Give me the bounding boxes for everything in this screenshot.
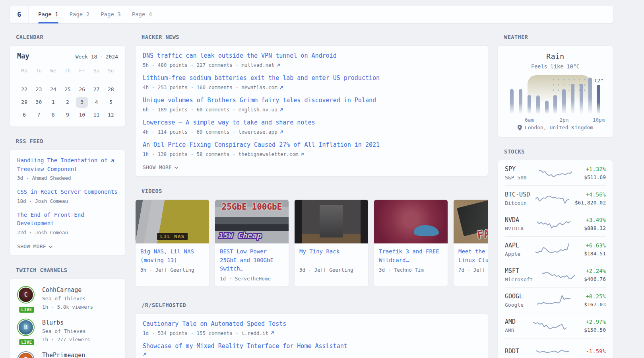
calendar-weekday: Mo [17, 66, 31, 77]
video-card-body: Meet the Linux Clu 7d · Jeff [454, 243, 488, 278]
hackernews-item-link[interactable]: Lithium-free sodium batteries exit the l… [143, 74, 481, 82]
stock-identity: AAPL Apple [505, 242, 520, 257]
twitch-channel-name: Blurbs [42, 319, 90, 327]
stock-change-percent: +0.25% [584, 293, 606, 300]
page-tab[interactable]: Page 4 [132, 6, 152, 23]
chevron-down-icon [174, 166, 178, 169]
weather-hour-column [588, 78, 592, 114]
stock-price: $406.76 [584, 276, 606, 282]
hackernews-widget: DNS traffic can leak outside the VPN tun… [135, 45, 488, 177]
video-card[interactable]: FAS Meet the Linux Clu 7d · Jeff [453, 199, 488, 287]
stock-row[interactable]: RDDT -1.59% [505, 338, 606, 358]
stock-row[interactable]: GOOGL Google +0.25% $167.03 [505, 287, 606, 313]
stock-row[interactable]: AMD AMD +2.97% $150.50 [505, 313, 606, 338]
stock-row[interactable]: MSFT Microsoft +2.24% $406.76 [505, 262, 606, 287]
stock-symbol: SPY [505, 165, 527, 173]
twitch-avatar-ring: B [17, 319, 35, 336]
hackernews-item-link[interactable]: Lowercase – A simple way to take and sha… [143, 119, 481, 127]
stock-identity: RDDT [505, 348, 519, 355]
twitch-channel-info: ThePrimeagen [42, 351, 85, 358]
stock-sparkline-chart [542, 267, 575, 283]
video-thumbnail: FAS [454, 200, 488, 243]
live-badge: LIVE [18, 306, 35, 313]
weather-hour-column: 6am [528, 78, 531, 114]
hackernews-item: Lithium-free sodium batteries exit the l… [143, 74, 481, 90]
app-logo: G [10, 6, 29, 23]
selfhosted-item-link[interactable]: Showcase of my Mixed Reality Interface f… [143, 342, 481, 350]
twitch-channel-row[interactable]: B LIVE Blurbs Sea of Thieves 1h · 277 vi… [17, 319, 118, 343]
weather-location-text: London, United Kingdom [525, 125, 593, 130]
video-card[interactable]: My Tiny Rack 3d · Jeff Geerling [294, 199, 369, 287]
hackernews-item: Lowercase – A simple way to take and sha… [143, 119, 481, 135]
calendar-day-cell: 28 [104, 83, 118, 95]
weather-temp-bar [528, 95, 531, 114]
video-title-link[interactable]: Big NAS, Lil NAS (moving 13) [140, 247, 204, 265]
twitch-channel-row[interactable]: P ThePrimeagen [17, 351, 118, 358]
page-tab[interactable]: Page 3 [101, 6, 121, 23]
video-title-link[interactable]: My Tiny Rack [299, 247, 363, 265]
chevron-down-icon [48, 245, 53, 248]
rss-item: The End of Front-End Development 22d · J… [17, 211, 118, 235]
stock-values: +3.49% $888.12 [584, 217, 606, 231]
stocks-section-title: STOCKS [504, 148, 613, 155]
hackernews-list: DNS traffic can leak outside the VPN tun… [143, 52, 481, 157]
hackernews-item-meta: 4h · 114 points · 69 comments · lowercas… [143, 129, 481, 135]
twitch-channel-row[interactable]: C LIVE CohhCarnage Sea of Thieves 1h · 5… [17, 286, 118, 311]
page-tabs: Page 1 Page 2 Page 3 Page 4 [29, 6, 152, 23]
weather-hour-column [510, 78, 514, 114]
video-meta: 3h · Jeff Geerling [140, 267, 204, 273]
page-tab[interactable]: Page 1 [38, 6, 58, 23]
twitch-avatar-wrap: C LIVE [17, 286, 36, 311]
weather-hour-column: 2pm [562, 78, 566, 114]
weather-axis-label: 10pm [593, 117, 605, 123]
hackernews-item-meta: 5h · 480 points · 227 comments · mullvad… [143, 62, 481, 68]
hackernews-item-link[interactable]: DNS traffic can leak outside the VPN tun… [143, 52, 481, 60]
twitch-section: TWITCH CHANNELS C LIVE [10, 267, 126, 358]
stock-symbol: MSFT [505, 267, 533, 274]
video-title-link[interactable]: Meet the Linux Clu [458, 247, 488, 265]
weather-temp-bar [571, 84, 574, 114]
hackernews-item-link[interactable]: Unique volumes of Brothers Grimm fairy t… [143, 96, 481, 105]
middle-column: HACKER NEWS DNS traffic can leak outside… [135, 34, 488, 358]
rss-item: CSS in React Server Components 18d · Jos… [17, 188, 118, 204]
stock-symbol: RDDT [505, 348, 519, 355]
stock-row[interactable]: AAPL Apple +6.63% $184.51 [505, 236, 606, 262]
calendar-day-cell: 6 [17, 109, 31, 121]
top-navigation-bar: G Page 1 Page 2 Page 3 Page 4 [10, 5, 613, 23]
stock-company-name: Google [505, 302, 524, 308]
stock-row[interactable]: SPY S&P 500 +1.32% $511.69 [505, 160, 606, 185]
selfhosted-section: /R/SELFHOSTED Cautionary Tale on Automat… [135, 302, 488, 358]
twitch-channel-meta: 1h · 277 viewers [42, 336, 90, 343]
weather-section-title: WEATHER [504, 34, 613, 40]
stock-symbol: NVDA [505, 216, 524, 224]
page-tab[interactable]: Page 2 [70, 6, 90, 23]
rss-item-link[interactable]: The End of Front-End Development [17, 211, 118, 228]
stock-price: $150.50 [584, 327, 606, 333]
weather-location: London, United Kingdom [504, 125, 606, 130]
stock-sparkline-chart [536, 343, 569, 358]
stock-change-percent: +2.24% [584, 268, 606, 274]
video-card[interactable]: 25GbE 100GbE 15W Cheap BEST Low Power 25… [215, 199, 289, 287]
weather-hour-column [536, 78, 540, 114]
stock-row[interactable]: NVDA NVIDIA +3.49% $888.12 [505, 211, 606, 236]
video-card[interactable]: LIL NAS Big NAS, Lil NAS (moving 13) 3h … [135, 199, 209, 287]
calendar-day-cell: 8 [46, 109, 60, 121]
weather-temp-bar [597, 85, 600, 114]
stock-row[interactable]: BTC-USD Bitcoin +4.56% $61,820.02 [505, 185, 606, 211]
selfhosted-item-link[interactable]: Cautionary Tale on Automated Speed Tests [143, 320, 481, 328]
calendar-day-cell: 11 [89, 109, 103, 121]
stock-values: -1.59% [586, 348, 606, 354]
video-title-link[interactable]: Traefik 3 and FREE Wildcard… [379, 247, 443, 265]
hackernews-item-link[interactable]: An Oil Price-Fixing Conspiracy Caused 27… [143, 141, 481, 149]
rss-show-more-button[interactable]: SHOW MORE [17, 243, 53, 249]
calendar-day-cell: 10 [75, 109, 89, 121]
stock-identity: AMD AMD [505, 318, 516, 333]
hackernews-show-more-button[interactable]: SHOW MORE [143, 164, 178, 170]
rss-item-link[interactable]: CSS in React Server Components [17, 188, 118, 197]
calendar-weekday: Su [104, 66, 118, 77]
rss-item-link[interactable]: Handling The Indentation of a Treeview C… [17, 156, 118, 173]
video-card[interactable]: Traefik 3 and FREE Wildcard… 3d · Techno… [374, 199, 448, 287]
video-title-link[interactable]: BEST Low Power 25GbE and 100GbE Switch… [220, 247, 284, 273]
stock-identity: NVDA NVIDIA [505, 216, 524, 232]
calendar-weekday: Th [60, 66, 75, 77]
